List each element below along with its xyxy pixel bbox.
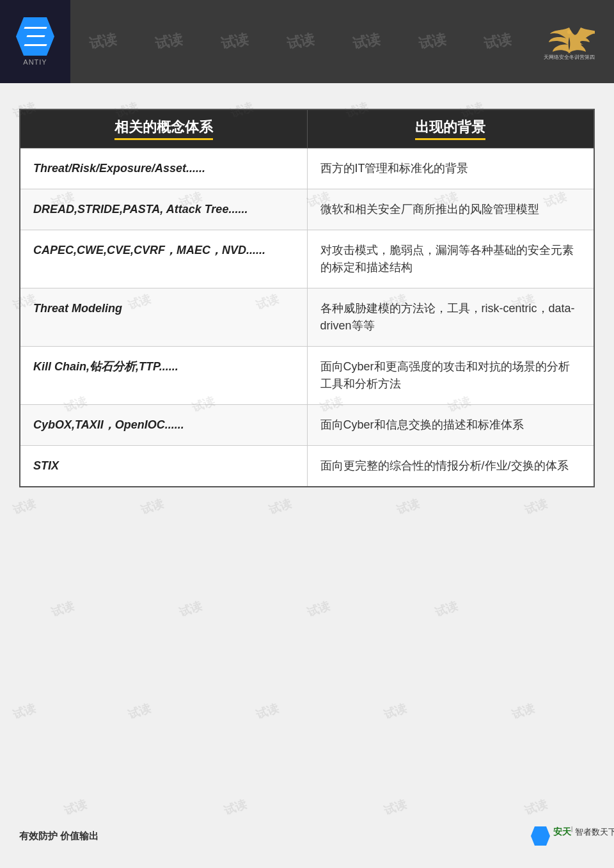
- antiy-brand: 安天 | 智者数天下: [553, 822, 614, 850]
- watermark-29: 试读: [126, 700, 153, 723]
- right-logo-img: 安天网络安全冬训营第四期: [544, 26, 595, 58]
- watermark-30: 试读: [254, 700, 281, 723]
- table-row: CybOX,TAXII，OpenIOC......面向Cyber和信息交换的描述…: [20, 405, 594, 446]
- cell-left-1: DREAD,STRIDE,PASTA, Attack Tree......: [20, 189, 307, 230]
- table-row: Threat/Risk/Exposure/Asset......西方的IT管理和…: [20, 148, 594, 189]
- col2-header-text: 出现的背景: [415, 118, 485, 140]
- header-wm-1: 试读: [88, 29, 119, 53]
- header-wm-2: 试读: [154, 29, 185, 53]
- brand-icon: 安天网络安全冬训营第四期: [544, 24, 595, 59]
- watermark-32: 试读: [510, 700, 537, 723]
- header-wm-5: 试读: [351, 29, 382, 53]
- cell-right-0: 西方的IT管理和标准化的背景: [307, 148, 594, 189]
- watermark-28: 试读: [11, 700, 38, 723]
- watermark-27: 试读: [433, 598, 460, 620]
- watermark-33: 试读: [62, 796, 89, 819]
- header-wm-7: 试读: [482, 29, 514, 53]
- cell-left-3: Threat Modeling: [20, 288, 307, 347]
- header: ANTIY 试读 试读 试读 试读 试读 试读 试读 安天网络安全冬训营第四期: [0, 0, 614, 83]
- footer-brand-svg: 安天 | 智者数天下: [553, 822, 614, 848]
- logo: ANTIY: [0, 0, 70, 83]
- antiy-footer-logo: 安天 | 智者数天下: [531, 823, 595, 849]
- logo-shape: [16, 17, 54, 56]
- cell-right-1: 微软和相关安全厂商所推出的风险管理模型: [307, 189, 594, 230]
- watermark-26: 试读: [305, 598, 332, 620]
- table-row: DREAD,STRIDE,PASTA, Attack Tree......微软和…: [20, 189, 594, 230]
- table-row: STIX面向更完整的综合性的情报分析/作业/交换的体系: [20, 446, 594, 487]
- cell-left-2: CAPEC,CWE,CVE,CVRF，MAEC，NVD......: [20, 230, 307, 288]
- logo-text: ANTIY: [23, 58, 47, 66]
- svg-text:安天: 安天: [553, 826, 572, 837]
- cell-right-6: 面向更完整的综合性的情报分析/作业/交换的体系: [307, 446, 594, 487]
- watermark-35: 试读: [382, 796, 409, 819]
- header-watermarks: 试读 试读 试读 试读 试读 试读 试读: [70, 0, 531, 83]
- header-wm-3: 试读: [219, 29, 251, 53]
- table-row: Threat Modeling各种威胁建模的方法论，工具，risk-centri…: [20, 288, 594, 347]
- cell-left-6: STIX: [20, 446, 307, 487]
- footer-right-logo: 安天 | 智者数天下: [531, 823, 595, 849]
- table-row: Kill Chain,钻石分析,TTP......面向Cyber和更高强度的攻击…: [20, 347, 594, 405]
- svg-text:|: |: [571, 825, 572, 832]
- col1-header: 相关的概念体系: [20, 109, 307, 148]
- svg-text:智者数天下: 智者数天下: [575, 827, 614, 837]
- watermark-24: 试读: [49, 598, 76, 620]
- col1-header-text: 相关的概念体系: [114, 118, 213, 140]
- cell-left-4: Kill Chain,钻石分析,TTP......: [20, 347, 307, 405]
- header-wm-6: 试读: [416, 29, 448, 53]
- watermark-25: 试读: [177, 598, 204, 620]
- cell-left-0: Threat/Risk/Exposure/Asset......: [20, 148, 307, 189]
- footer-left: 有效防护 价值输出: [19, 830, 98, 842]
- main-table: 相关的概念体系 出现的背景 Threat/Risk/Exposure/Asset…: [19, 109, 595, 487]
- logo-line-2: [26, 35, 45, 37]
- svg-point-0: [567, 30, 571, 34]
- cell-right-2: 对攻击模式，脆弱点，漏洞等各种基础的安全元素的标定和描述结构: [307, 230, 594, 288]
- cell-left-5: CybOX,TAXII，OpenIOC......: [20, 405, 307, 446]
- svg-text:安天网络安全冬训营第四期: 安天网络安全冬训营第四期: [544, 54, 595, 59]
- cell-right-4: 面向Cyber和更高强度的攻击和对抗的场景的分析工具和分析方法: [307, 347, 594, 405]
- cell-right-5: 面向Cyber和信息交换的描述和标准体系: [307, 405, 594, 446]
- header-right-logo: 安天网络安全冬训营第四期: [531, 16, 608, 67]
- logo-line-3: [24, 44, 47, 46]
- table-header: 相关的概念体系 出现的背景: [20, 109, 594, 148]
- col2-header: 出现的背景: [307, 109, 594, 148]
- footer: 有效防护 价值输出 安天 | 智者数天下: [0, 823, 614, 849]
- watermark-34: 试读: [222, 796, 249, 819]
- watermark-31: 试读: [382, 700, 409, 723]
- watermark-36: 试读: [523, 796, 549, 819]
- header-wm-4: 试读: [285, 29, 317, 53]
- cell-right-3: 各种威胁建模的方法论，工具，risk-centric，data-driven等等: [307, 288, 594, 347]
- logo-lines: [24, 24, 47, 49]
- antiy-icon: [531, 826, 550, 846]
- logo-line-1: [24, 27, 47, 29]
- table-row: CAPEC,CWE,CVE,CVRF，MAEC，NVD......对攻击模式，脆…: [20, 230, 594, 288]
- main-content: 相关的概念体系 出现的背景 Threat/Risk/Exposure/Asset…: [0, 83, 614, 507]
